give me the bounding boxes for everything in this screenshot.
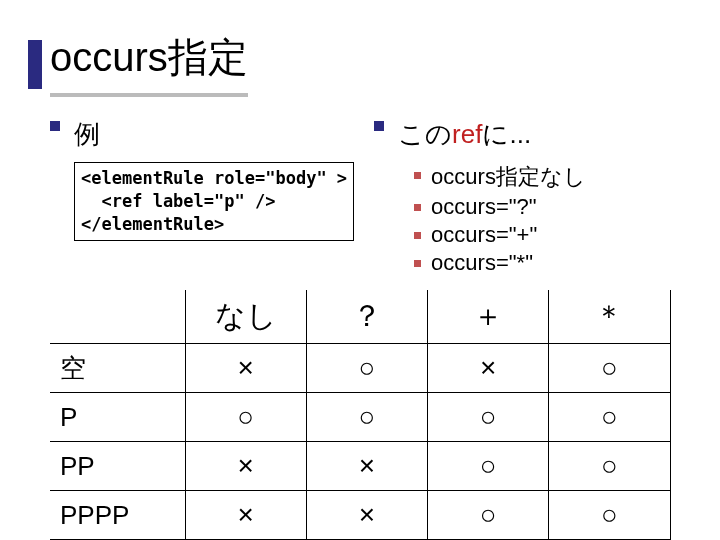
col-header: なし bbox=[185, 290, 306, 344]
square-bullet-icon bbox=[414, 172, 421, 179]
table-cell: × bbox=[428, 344, 549, 393]
square-bullet-icon bbox=[374, 121, 384, 131]
table-row: 空 × ○ × ○ bbox=[50, 344, 670, 393]
table-cell: × bbox=[185, 344, 306, 393]
right-bullet-text: このrefに... bbox=[398, 117, 531, 152]
sub-bullet-label: occurs="*" bbox=[431, 250, 533, 276]
square-bullet-icon bbox=[414, 260, 421, 267]
table-cell: ○ bbox=[306, 393, 427, 442]
square-bullet-icon bbox=[50, 121, 60, 131]
table-cell: ○ bbox=[549, 344, 670, 393]
sub-bullet: occurs="?" bbox=[414, 194, 670, 220]
right-bullet-ref: ref bbox=[452, 119, 482, 149]
table-cell: ○ bbox=[185, 393, 306, 442]
col-header: ？ bbox=[306, 290, 427, 344]
row-header: PP bbox=[50, 442, 185, 491]
row-header: P bbox=[50, 393, 185, 442]
table-cell: ○ bbox=[428, 491, 549, 540]
table-cell: ○ bbox=[549, 442, 670, 491]
example-label: 例 bbox=[74, 117, 100, 152]
sub-bullet-label: occurs="+" bbox=[431, 222, 537, 248]
code-line: </elementRule> bbox=[81, 213, 347, 236]
table-row: PPPP × × ○ ○ bbox=[50, 491, 670, 540]
occurs-table: なし ？ ＋ ＊ 空 × ○ × ○ P ○ ○ ○ ○ PP × × ○ ○ … bbox=[50, 290, 671, 540]
title-accent bbox=[28, 40, 42, 89]
table-cell: × bbox=[185, 491, 306, 540]
right-bullet-prefix: この bbox=[398, 119, 452, 149]
sub-bullet-label: occurs="?" bbox=[431, 194, 537, 220]
square-bullet-icon bbox=[414, 204, 421, 211]
sub-bullet-list: occurs指定なし occurs="?" occurs="+" occurs=… bbox=[414, 162, 670, 276]
row-header: 空 bbox=[50, 344, 185, 393]
square-bullet-icon bbox=[414, 232, 421, 239]
table-cell: × bbox=[306, 442, 427, 491]
table-cell: ○ bbox=[306, 344, 427, 393]
example-bullet: 例 bbox=[50, 117, 354, 152]
table-cell: ○ bbox=[549, 393, 670, 442]
sub-bullet-label: occurs指定なし bbox=[431, 162, 586, 192]
col-header: ＊ bbox=[549, 290, 670, 344]
table-header-row: なし ？ ＋ ＊ bbox=[50, 290, 670, 344]
sub-bullet: occurs="*" bbox=[414, 250, 670, 276]
sub-bullet: occurs指定なし bbox=[414, 162, 670, 192]
table-cell: × bbox=[306, 491, 427, 540]
table-cell: ○ bbox=[428, 442, 549, 491]
table-cell: ○ bbox=[428, 393, 549, 442]
right-bullet: このrefに... bbox=[374, 117, 670, 152]
table-corner bbox=[50, 290, 185, 344]
table-cell: ○ bbox=[549, 491, 670, 540]
code-line: <elementRule role="body" > bbox=[81, 167, 347, 190]
table-cell: × bbox=[185, 442, 306, 491]
col-header: ＋ bbox=[428, 290, 549, 344]
right-column: このrefに... occurs指定なし occurs="?" occurs="… bbox=[374, 117, 670, 278]
title-text: occurs指定 bbox=[50, 35, 248, 79]
sub-bullet: occurs="+" bbox=[414, 222, 670, 248]
right-bullet-suffix: に... bbox=[482, 119, 531, 149]
table-row: PP × × ○ ○ bbox=[50, 442, 670, 491]
code-box: <elementRule role="body" > <ref label="p… bbox=[74, 162, 354, 241]
left-column: 例 <elementRule role="body" > <ref label=… bbox=[50, 117, 354, 278]
row-header: PPPP bbox=[50, 491, 185, 540]
code-line: <ref label="p" /> bbox=[81, 190, 347, 213]
table-row: P ○ ○ ○ ○ bbox=[50, 393, 670, 442]
slide-title: occurs指定 bbox=[50, 30, 248, 97]
